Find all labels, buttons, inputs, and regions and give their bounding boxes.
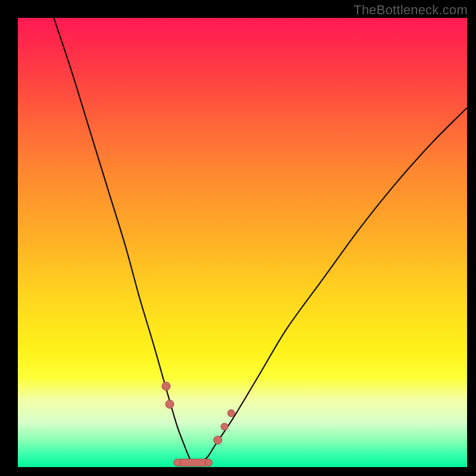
svg-point-1 — [205, 459, 212, 466]
right-bead-1 — [214, 436, 222, 444]
plot-area — [18, 18, 467, 467]
chart-frame: TheBottleneck.com — [0, 0, 476, 476]
right-bead-2 — [221, 423, 228, 430]
svg-point-0 — [174, 459, 181, 466]
left-bead-1 — [162, 382, 170, 390]
left-bead-2 — [165, 400, 174, 408]
bottleneck-curve — [54, 18, 467, 464]
bottom-bar — [177, 459, 209, 466]
curve-overlay — [18, 18, 467, 467]
watermark-text: TheBottleneck.com — [353, 2, 468, 18]
marker-layer — [162, 382, 234, 466]
right-bead-3 — [228, 409, 235, 416]
